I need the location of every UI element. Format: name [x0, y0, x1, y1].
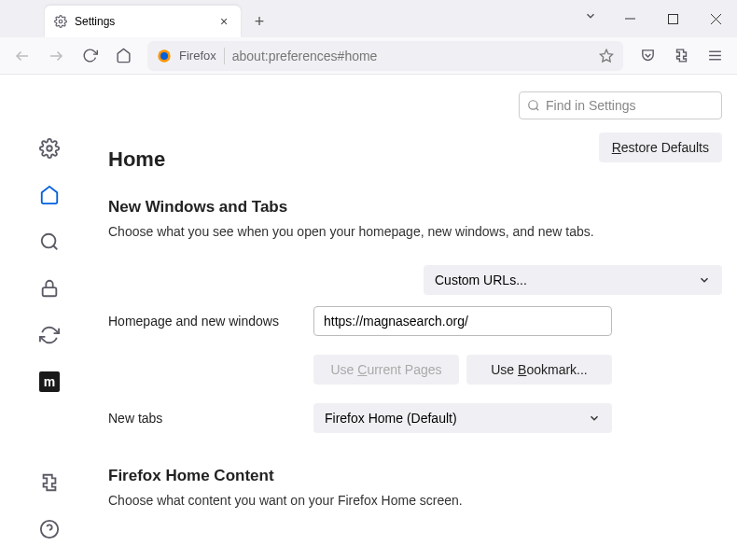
window-close-button[interactable] — [694, 0, 737, 37]
newtabs-select[interactable]: Firefox Home (Default) — [313, 403, 612, 433]
restore-defaults-button[interactable]: Restore Defaults — [599, 133, 722, 162]
chevron-down-icon — [588, 412, 601, 425]
window-controls — [608, 0, 737, 37]
sidebar-item-home[interactable] — [37, 183, 62, 207]
search-icon — [527, 99, 540, 112]
home-button[interactable] — [108, 41, 138, 71]
pocket-button[interactable] — [633, 41, 662, 71]
homepage-url-input[interactable] — [313, 306, 612, 336]
chevron-down-icon — [698, 273, 711, 287]
url-text: about:preferences#home — [232, 49, 378, 63]
new-tab-button[interactable]: + — [246, 8, 272, 35]
gear-icon — [54, 15, 67, 28]
svg-point-14 — [42, 234, 56, 248]
tab-close-button[interactable]: × — [216, 14, 231, 29]
urlbar-divider — [224, 48, 225, 64]
bookmark-star-icon[interactable] — [599, 49, 614, 63]
sidebar-item-general[interactable] — [37, 136, 62, 161]
svg-point-8 — [160, 52, 168, 60]
url-bar[interactable]: Firefox about:preferences#home — [147, 41, 623, 71]
search-placeholder: Find in Settings — [546, 98, 636, 113]
select-value: Custom URLs... — [435, 273, 527, 287]
navigation-toolbar: Firefox about:preferences#home — [0, 37, 737, 75]
window-minimize-button[interactable] — [608, 0, 651, 37]
svg-rect-2 — [668, 14, 677, 23]
sidebar-item-search[interactable] — [37, 230, 62, 254]
window-titlebar: Settings × + — [0, 0, 737, 37]
firefox-logo-icon — [157, 49, 172, 63]
sidebar-item-extensions[interactable] — [37, 470, 62, 495]
section-title-homecontent: Firefox Home Content — [108, 467, 722, 485]
newtabs-label: New tabs — [108, 411, 313, 426]
identity-label: Firefox — [179, 49, 216, 63]
section-title-newwindows: New Windows and Tabs — [108, 198, 722, 217]
svg-point-19 — [529, 101, 537, 109]
use-current-pages-button[interactable]: Use Current Pages — [313, 355, 459, 385]
sidebar-item-sync[interactable] — [37, 323, 62, 347]
select-value: Firefox Home (Default) — [325, 411, 457, 426]
homepage-label: Homepage and new windows — [108, 314, 313, 329]
browser-tab[interactable]: Settings × — [45, 6, 241, 37]
sidebar-item-help[interactable] — [37, 517, 62, 541]
section-desc-newwindows: Choose what you see when you open your h… — [108, 224, 722, 239]
svg-rect-16 — [43, 287, 57, 296]
window-maximize-button[interactable] — [651, 0, 694, 37]
svg-point-13 — [47, 146, 52, 151]
back-button[interactable] — [7, 41, 37, 71]
section-desc-homecontent: Choose what content you want on your Fir… — [108, 493, 722, 508]
use-bookmark-button[interactable]: Use Bookmark... — [466, 355, 612, 385]
tab-title: Settings — [75, 15, 115, 28]
sidebar-item-privacy[interactable] — [37, 276, 62, 301]
app-menu-button[interactable] — [700, 41, 730, 71]
svg-line-20 — [536, 108, 539, 111]
settings-main: Find in Settings Home Restore Defaults N… — [82, 75, 737, 560]
homepage-mode-select[interactable]: Custom URLs... — [424, 265, 722, 295]
settings-search-input[interactable]: Find in Settings — [519, 91, 722, 119]
forward-button[interactable] — [41, 41, 71, 71]
svg-point-0 — [59, 20, 63, 23]
reload-button[interactable] — [75, 41, 104, 71]
settings-content: m Find in Settings Home Restore Defaults… — [0, 75, 737, 560]
sidebar-item-more[interactable]: m — [37, 370, 62, 394]
settings-sidebar: m — [0, 75, 82, 560]
tabs-dropdown-icon[interactable] — [584, 9, 597, 22]
m-icon: m — [39, 371, 60, 392]
extensions-button[interactable] — [666, 41, 696, 71]
svg-line-15 — [53, 245, 57, 249]
svg-marker-9 — [600, 49, 612, 62]
